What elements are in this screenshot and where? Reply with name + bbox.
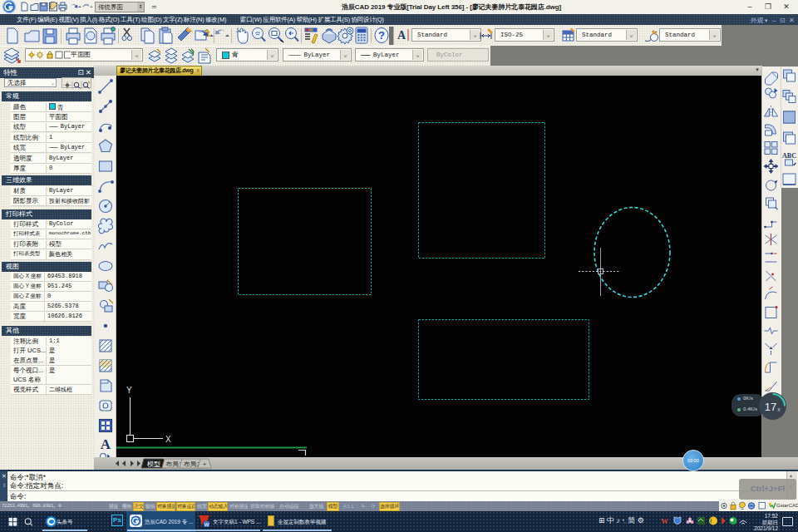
svg-text:17: 17 [765, 401, 776, 413]
svg-text:ABC: ABC [782, 152, 796, 160]
svg-text:A: A [397, 29, 406, 42]
svg-text:x: x [777, 406, 781, 412]
svg-text:+: + [203, 461, 207, 468]
svg-text:Y: Y [126, 386, 132, 395]
svg-text:A: A [101, 436, 111, 452]
svg-text:W: W [661, 517, 668, 525]
svg-text:?: ? [378, 29, 385, 42]
svg-text:X: X [165, 435, 171, 444]
svg-text:W: W [204, 522, 209, 527]
svg-text:模型: 模型 [147, 461, 160, 468]
